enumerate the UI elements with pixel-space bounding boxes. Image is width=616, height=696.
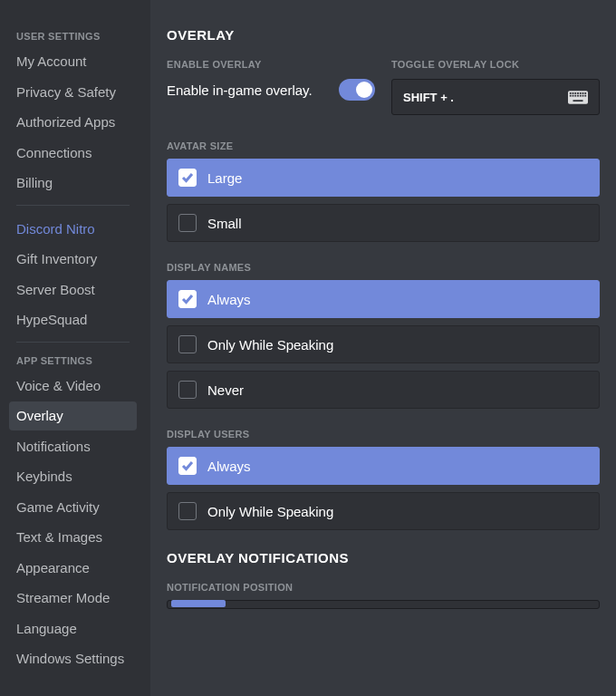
toggle-lock-label: Toggle Overlay Lock <box>391 59 600 70</box>
option-label: Always <box>207 292 251 307</box>
svg-rect-11 <box>577 94 579 96</box>
svg-rect-8 <box>570 94 572 96</box>
settings-content: Overlay Enable Overlay Enable in-game ov… <box>150 0 616 696</box>
sidebar-item-server-boost[interactable]: Server Boost <box>9 276 137 304</box>
display-names-never[interactable]: Never <box>167 371 600 409</box>
display-names-group: Display Names Always Only While Speaking… <box>167 262 600 409</box>
sidebar-item-language[interactable]: Language <box>9 614 137 643</box>
sidebar-item-my-account[interactable]: My Account <box>9 47 137 76</box>
sidebar-item-privacy[interactable]: Privacy & Safety <box>9 78 137 107</box>
toggle-knob <box>356 82 372 98</box>
svg-rect-7 <box>584 92 586 94</box>
svg-rect-5 <box>580 92 582 94</box>
display-users-label: Display Users <box>167 429 600 440</box>
notification-position-label: Notification Position <box>167 582 600 593</box>
svg-rect-9 <box>573 94 574 96</box>
checkbox-icon <box>178 502 197 520</box>
svg-rect-6 <box>582 92 584 94</box>
svg-rect-3 <box>574 92 576 94</box>
sidebar-item-text-images[interactable]: Text & Images <box>9 523 137 552</box>
avatar-size-large[interactable]: Large <box>167 159 600 197</box>
svg-rect-12 <box>580 94 582 96</box>
sidebar-item-windows-settings[interactable]: Windows Settings <box>9 644 137 673</box>
page-title: Overlay <box>167 27 600 43</box>
sidebar-item-hypesquad[interactable]: HypeSquad <box>9 305 137 334</box>
sidebar-item-notifications[interactable]: Notifications <box>9 432 137 461</box>
checkbox-icon <box>178 214 197 232</box>
notification-position-selector[interactable] <box>167 600 600 609</box>
overlay-lock-keybind[interactable]: SHIFT + . <box>391 79 600 115</box>
enable-overlay-label: Enable Overlay <box>167 59 375 70</box>
option-label: Never <box>207 382 244 398</box>
display-names-speaking[interactable]: Only While Speaking <box>167 325 600 363</box>
svg-rect-10 <box>574 94 576 96</box>
display-names-always[interactable]: Always <box>167 280 600 318</box>
sidebar-item-billing[interactable]: Billing <box>9 169 137 198</box>
settings-sidebar: User Settings My Account Privacy & Safet… <box>0 0 146 696</box>
display-users-group: Display Users Always Only While Speaking <box>167 429 600 530</box>
sidebar-item-authorized-apps[interactable]: Authorized Apps <box>9 108 137 137</box>
svg-rect-13 <box>582 94 584 96</box>
sidebar-item-streamer-mode[interactable]: Streamer Mode <box>9 584 137 613</box>
svg-rect-14 <box>584 94 586 96</box>
overlay-notifications-title: Overlay Notifications <box>167 550 600 566</box>
checkbox-icon <box>178 335 197 353</box>
svg-rect-1 <box>570 92 572 94</box>
option-label: Only While Speaking <box>207 337 333 353</box>
sidebar-header-app: App Settings <box>9 352 137 370</box>
avatar-size-group: Avatar Size Large Small <box>167 140 600 242</box>
sidebar-divider <box>16 205 130 206</box>
avatar-size-small[interactable]: Small <box>167 204 600 242</box>
sidebar-item-voice-video[interactable]: Voice & Video <box>9 372 137 401</box>
checkbox-icon <box>178 457 197 475</box>
sidebar-divider <box>16 342 130 343</box>
svg-rect-15 <box>573 100 583 102</box>
sidebar-item-nitro[interactable]: Discord Nitro <box>9 215 137 244</box>
sidebar-header-user: User Settings <box>9 27 137 45</box>
sidebar-item-game-activity[interactable]: Game Activity <box>9 493 137 522</box>
checkbox-icon <box>178 381 197 399</box>
keybind-value: SHIFT + . <box>403 91 454 104</box>
checkbox-icon <box>178 290 197 308</box>
option-label: Large <box>207 170 242 186</box>
enable-overlay-text: Enable in-game overlay. <box>167 82 313 98</box>
option-label: Always <box>207 459 251 474</box>
option-label: Only While Speaking <box>207 504 333 519</box>
display-names-label: Display Names <box>167 262 600 273</box>
keyboard-icon <box>568 91 588 104</box>
avatar-size-label: Avatar Size <box>167 140 600 151</box>
sidebar-item-gift-inventory[interactable]: Gift Inventory <box>9 245 137 274</box>
sidebar-item-appearance[interactable]: Appearance <box>9 554 137 583</box>
sidebar-item-keybinds[interactable]: Keybinds <box>9 462 137 491</box>
svg-rect-4 <box>577 92 579 94</box>
svg-rect-2 <box>573 92 574 94</box>
display-users-speaking[interactable]: Only While Speaking <box>167 492 600 530</box>
option-label: Small <box>207 216 242 231</box>
position-handle <box>171 600 226 607</box>
sidebar-item-overlay[interactable]: Overlay <box>9 401 137 430</box>
checkbox-icon <box>178 169 197 187</box>
sidebar-item-connections[interactable]: Connections <box>9 139 137 168</box>
display-users-always[interactable]: Always <box>167 447 600 485</box>
enable-overlay-toggle[interactable] <box>339 79 375 101</box>
